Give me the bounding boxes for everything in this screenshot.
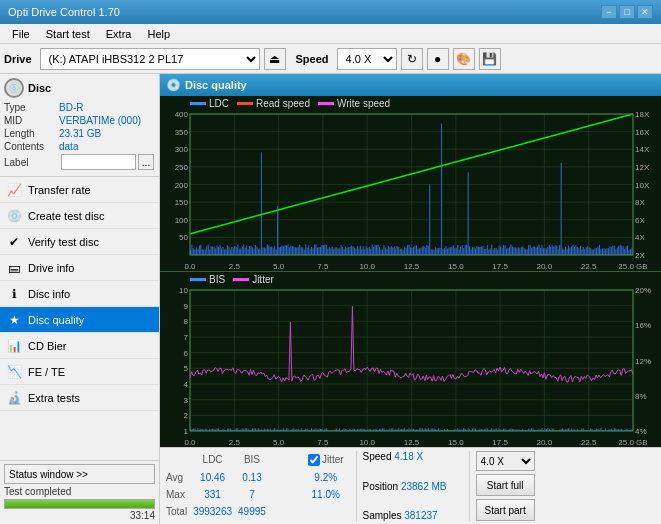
max-bis: 7 bbox=[238, 487, 272, 504]
bottom-chart bbox=[160, 272, 661, 447]
ldc-legend: LDC bbox=[190, 98, 229, 109]
avg-ldc: 10.46 bbox=[193, 470, 238, 487]
position-label: Position bbox=[363, 481, 399, 492]
position-value: 23862 MB bbox=[401, 481, 447, 492]
quality-title: Disc quality bbox=[185, 79, 247, 91]
bis-legend-color bbox=[190, 278, 206, 281]
disc-section: 💿 Disc Type BD-R MID VERBATIMe (000) Len… bbox=[0, 74, 159, 177]
progress-time: 33:14 bbox=[4, 510, 155, 521]
avg-bis: 0.13 bbox=[238, 470, 272, 487]
menu-start-test[interactable]: Start test bbox=[38, 26, 98, 42]
label-browse-button[interactable]: ... bbox=[138, 154, 154, 170]
speed-label: Speed bbox=[296, 53, 329, 65]
eject-button[interactable]: ⏏ bbox=[264, 48, 286, 70]
read-speed-legend: Read speed bbox=[237, 98, 310, 109]
mid-value: VERBATIMe (000) bbox=[59, 115, 155, 126]
avg-label: Avg bbox=[166, 470, 193, 487]
title-bar: Opti Drive Control 1.70 − □ ✕ bbox=[0, 0, 661, 24]
samples-row: Samples 381237 bbox=[363, 510, 463, 521]
contents-label: Contents bbox=[4, 141, 59, 152]
main-layout: 💿 Disc Type BD-R MID VERBATIMe (000) Len… bbox=[0, 74, 661, 524]
nav-extra-tests-label: Extra tests bbox=[28, 392, 80, 404]
bis-header: BIS bbox=[238, 451, 272, 470]
stats-divider bbox=[356, 451, 357, 521]
cd-bier-icon: 📊 bbox=[6, 338, 22, 354]
stats-divider-2 bbox=[469, 451, 470, 521]
disc-section-label: Disc bbox=[28, 82, 51, 94]
nav-disc-info[interactable]: ℹ Disc info bbox=[0, 281, 159, 307]
nav-section: 📈 Transfer rate 💿 Create test disc ✔ Ver… bbox=[0, 177, 159, 460]
nav-extra-tests[interactable]: 🔬 Extra tests bbox=[0, 385, 159, 411]
speed-select[interactable]: 4.0 X bbox=[337, 48, 397, 70]
type-label: Type bbox=[4, 102, 59, 113]
nav-disc-quality[interactable]: ★ Disc quality bbox=[0, 307, 159, 333]
jitter-header: Jitter bbox=[292, 451, 350, 470]
palette-button[interactable]: 🎨 bbox=[453, 48, 475, 70]
total-ldc: 3993263 bbox=[193, 504, 238, 521]
disc-header: 💿 Disc bbox=[4, 78, 155, 98]
menu-extra[interactable]: Extra bbox=[98, 26, 140, 42]
disc-icon: 💿 bbox=[4, 78, 24, 98]
quality-icon: 💿 bbox=[166, 78, 181, 92]
save-button[interactable]: 💾 bbox=[479, 48, 501, 70]
samples-label: Samples bbox=[363, 510, 402, 521]
max-ldc: 331 bbox=[193, 487, 238, 504]
total-label: Total bbox=[166, 504, 193, 521]
create-test-disc-icon: 💿 bbox=[6, 208, 22, 224]
bis-legend: BIS bbox=[190, 274, 225, 285]
nav-transfer-rate[interactable]: 📈 Transfer rate bbox=[0, 177, 159, 203]
ldc-legend-color bbox=[190, 102, 206, 105]
max-jitter: 11.0% bbox=[292, 487, 350, 504]
disc-mid-row: MID VERBATIMe (000) bbox=[4, 115, 155, 126]
speed-row: Speed 4.18 X bbox=[363, 451, 463, 462]
status-window-button[interactable]: Status window >> bbox=[4, 464, 155, 484]
top-chart bbox=[160, 96, 661, 271]
nav-create-test-disc[interactable]: 💿 Create test disc bbox=[0, 203, 159, 229]
start-full-button[interactable]: Start full bbox=[476, 474, 535, 496]
verify-test-disc-icon: ✔ bbox=[6, 234, 22, 250]
menu-file[interactable]: File bbox=[4, 26, 38, 42]
speed-label: Speed bbox=[363, 451, 392, 462]
label-key: Label bbox=[4, 157, 59, 168]
speed-select-2[interactable]: 4.0 X bbox=[476, 451, 535, 471]
nav-fe-te[interactable]: 📉 FE / TE bbox=[0, 359, 159, 385]
progress-bar bbox=[4, 499, 155, 509]
close-button[interactable]: ✕ bbox=[637, 5, 653, 19]
record-button[interactable]: ● bbox=[427, 48, 449, 70]
nav-disc-info-label: Disc info bbox=[28, 288, 70, 300]
extra-tests-icon: 🔬 bbox=[6, 390, 22, 406]
label-input[interactable] bbox=[61, 154, 136, 170]
nav-cd-bier[interactable]: 📊 CD Bier bbox=[0, 333, 159, 359]
refresh-button[interactable]: ↻ bbox=[401, 48, 423, 70]
disc-info-table: Type BD-R MID VERBATIMe (000) Length 23.… bbox=[4, 102, 155, 170]
menu-help[interactable]: Help bbox=[139, 26, 178, 42]
drive-info-icon: 🖴 bbox=[6, 260, 22, 276]
nav-disc-quality-label: Disc quality bbox=[28, 314, 84, 326]
read-speed-legend-color bbox=[237, 102, 253, 105]
nav-cd-bier-label: CD Bier bbox=[28, 340, 67, 352]
top-chart-container: LDC Read speed Write speed bbox=[160, 96, 661, 272]
top-legend: LDC Read speed Write speed bbox=[190, 98, 390, 109]
write-speed-legend: Write speed bbox=[318, 98, 390, 109]
drive-select[interactable]: (K:) ATAPI iHBS312 2 PL17 bbox=[40, 48, 260, 70]
nav-verify-test-disc[interactable]: ✔ Verify test disc bbox=[0, 229, 159, 255]
jitter-legend-color bbox=[233, 278, 249, 281]
maximize-button[interactable]: □ bbox=[619, 5, 635, 19]
charts-area: LDC Read speed Write speed bbox=[160, 96, 661, 447]
nav-drive-info[interactable]: 🖴 Drive info bbox=[0, 255, 159, 281]
disc-info-icon: ℹ bbox=[6, 286, 22, 302]
window-controls: − □ ✕ bbox=[601, 5, 653, 19]
speed-position-section: Speed 4.18 X Position 23862 MB Samples 3… bbox=[363, 451, 463, 521]
speed-value: 4.18 X bbox=[394, 451, 423, 462]
length-value: 23.31 GB bbox=[59, 128, 155, 139]
position-row: Position 23862 MB bbox=[363, 481, 463, 492]
disc-length-row: Length 23.31 GB bbox=[4, 128, 155, 139]
stats-footer: LDC BIS Jitter Avg 10.46 0.13 9.2 bbox=[160, 447, 661, 524]
minimize-button[interactable]: − bbox=[601, 5, 617, 19]
jitter-checkbox[interactable] bbox=[308, 454, 320, 466]
transfer-rate-icon: 📈 bbox=[6, 182, 22, 198]
fe-te-icon: 📉 bbox=[6, 364, 22, 380]
start-part-button[interactable]: Start part bbox=[476, 499, 535, 521]
disc-quality-icon: ★ bbox=[6, 312, 22, 328]
stats-table: LDC BIS Jitter Avg 10.46 0.13 9.2 bbox=[166, 451, 350, 521]
